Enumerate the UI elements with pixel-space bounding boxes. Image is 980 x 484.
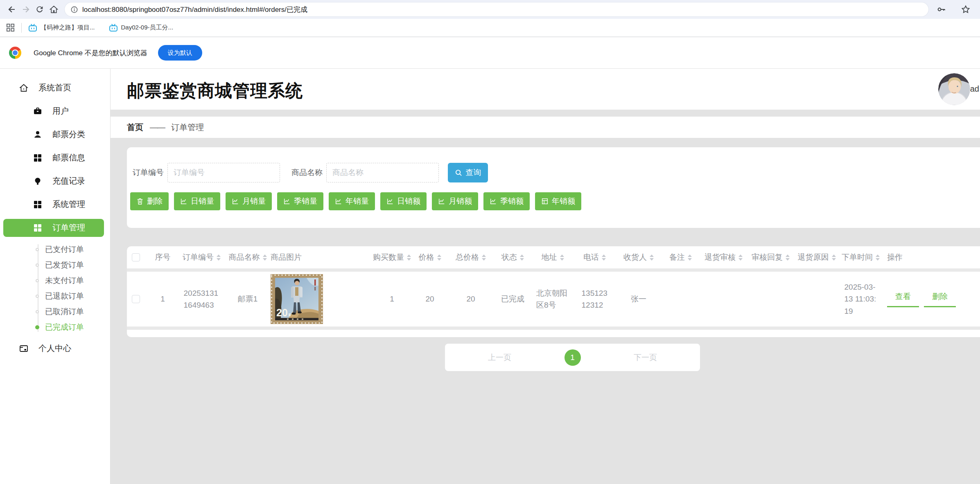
col-quantity[interactable]: 购买数量 (373, 252, 411, 263)
apps-grid-icon[interactable] (3, 21, 17, 35)
avatar[interactable] (938, 73, 970, 105)
col-remark[interactable]: 备注 (661, 252, 700, 263)
monthly-sales-amount-button[interactable]: 月销额 (432, 192, 478, 210)
dot-icon (35, 325, 39, 329)
sidebar-item-recharge[interactable]: 充值记录 (0, 169, 110, 193)
bulb-icon (33, 177, 43, 186)
reload-icon[interactable] (33, 2, 47, 16)
view-link[interactable]: 查看 (887, 291, 919, 307)
chart-icon (283, 198, 291, 205)
col-price[interactable]: 价格 (411, 252, 448, 263)
sidebar-item-users[interactable]: 用户 (0, 99, 110, 123)
col-return-audit[interactable]: 退货审核 (700, 252, 747, 263)
col-actions: 操作 (882, 252, 980, 263)
site-info-icon[interactable] (70, 6, 78, 14)
cell-index: 1 (149, 295, 176, 304)
col-index: 序号 (149, 252, 176, 263)
cell-phone: 13512312312 (573, 287, 616, 311)
select-all-checkbox[interactable] (132, 253, 140, 261)
order-no-input[interactable] (167, 163, 280, 182)
person-icon (33, 130, 43, 139)
sort-icon (520, 254, 524, 261)
col-phone[interactable]: 电话 (573, 252, 616, 263)
col-status[interactable]: 状态 (493, 252, 532, 263)
prev-page-button[interactable]: 上一页 (488, 352, 511, 363)
sort-icon (217, 254, 221, 261)
product-name-input[interactable] (326, 163, 439, 182)
briefcase-icon (33, 107, 43, 116)
password-key-icon[interactable] (934, 2, 948, 16)
col-total[interactable]: 总价格 (448, 252, 493, 263)
query-button[interactable]: 查询 (448, 163, 488, 182)
subnav-completed-orders-active[interactable]: 已完成订单 (0, 320, 110, 335)
yearly-sales-volume-button[interactable]: 年销量 (329, 192, 375, 210)
tv-favicon-icon (28, 23, 37, 32)
col-audit-reply[interactable]: 审核回复 (747, 252, 794, 263)
col-address[interactable]: 地址 (532, 252, 573, 263)
grid-icon (33, 223, 43, 232)
delete-button[interactable]: 删除 (130, 192, 169, 210)
url-text: localhost:8080/springboot07osz77h/admin/… (82, 5, 307, 14)
subnav-paid-orders[interactable]: 已支付订单 (0, 242, 110, 257)
quarterly-sales-volume-button[interactable]: 季销量 (277, 192, 323, 210)
col-order-no[interactable]: 订单编号 (176, 252, 227, 263)
sort-icon (738, 254, 743, 261)
breadcrumb-home[interactable]: 首页 (127, 122, 143, 133)
subnav-unpaid-orders[interactable]: 未支付订单 (0, 273, 110, 288)
sidebar-item-system[interactable]: 系统管理 (0, 193, 110, 216)
col-product-image: 商品图片 (268, 252, 373, 263)
page-header: 邮票鉴赏商城管理系统 ad (111, 69, 980, 110)
forward-icon[interactable] (19, 2, 33, 16)
sidebar-item-home[interactable]: 系统首页 (0, 76, 110, 99)
sidebar-item-orders-active[interactable]: 订单管理 (3, 219, 104, 237)
sidebar-item-stamp-category[interactable]: 邮票分类 (0, 123, 110, 146)
bookmark-star-icon[interactable] (959, 2, 973, 16)
bookmark-label: Day02-09-员工分... (121, 24, 174, 32)
home-icon[interactable] (47, 2, 61, 16)
delete-link[interactable]: 删除 (924, 291, 956, 307)
cell-total: 20 (448, 295, 493, 304)
subnav-cancelled-orders[interactable]: 已取消订单 (0, 304, 110, 320)
subnav-refunded-orders[interactable]: 已退款订单 (0, 288, 110, 304)
sort-icon (786, 254, 790, 261)
sort-icon (650, 254, 654, 261)
chart-icon (438, 198, 445, 205)
order-no-label: 订单编号 (133, 167, 164, 178)
sidebar-item-stamp-info[interactable]: 邮票信息 (0, 146, 110, 169)
daily-sales-volume-button[interactable]: 日销量 (174, 192, 220, 210)
url-bar[interactable]: localhost:8080/springboot07osz77h/admin/… (65, 2, 928, 16)
bookmarks-bar: 【码神之路】项目... Day02-09-员工分... (0, 19, 980, 37)
breadcrumb-current: 订单管理 (171, 122, 204, 133)
col-consignee[interactable]: 收货人 (616, 252, 661, 263)
col-order-time[interactable]: 下单时间 (839, 252, 882, 263)
search-icon (455, 169, 463, 177)
chart-icon (490, 198, 497, 205)
page-title: 邮票鉴赏商城管理系统 (127, 79, 303, 102)
daily-sales-amount-button[interactable]: 日销额 (380, 192, 427, 210)
search-panel: 订单编号 商品名称 查询 删除 日销量 月销量 (127, 147, 980, 228)
dot-icon (36, 295, 39, 298)
quarterly-sales-amount-button[interactable]: 季销额 (483, 192, 530, 210)
cell-price: 20 (411, 295, 448, 304)
grid-icon (33, 153, 43, 162)
set-default-button[interactable]: 设为默认 (158, 45, 202, 61)
sidebar-item-profile[interactable]: 个人中心 (0, 337, 110, 360)
sort-icon (560, 254, 564, 261)
chart-icon (180, 198, 187, 205)
col-product-name[interactable]: 商品名称 (227, 252, 268, 263)
username: ad (970, 84, 979, 94)
bookmark-item[interactable]: 【码神之路】项目... (28, 23, 95, 32)
back-icon[interactable] (5, 2, 19, 16)
bookmark-item[interactable]: Day02-09-员工分... (109, 23, 174, 32)
sort-icon (602, 254, 606, 261)
subnav-shipped-orders[interactable]: 已发货订单 (0, 257, 110, 273)
current-page-button[interactable]: 1 (565, 349, 581, 366)
row-checkbox[interactable] (132, 295, 140, 303)
card-icon (19, 344, 29, 353)
col-return-reason[interactable]: 退货原因 (794, 252, 839, 263)
stamp-image: 20 (271, 274, 323, 324)
next-page-button[interactable]: 下一页 (634, 352, 657, 363)
pagination: 上一页 1 下一页 (445, 344, 700, 371)
yearly-sales-amount-button[interactable]: 年销额 (535, 192, 581, 210)
monthly-sales-volume-button[interactable]: 月销量 (226, 192, 272, 210)
